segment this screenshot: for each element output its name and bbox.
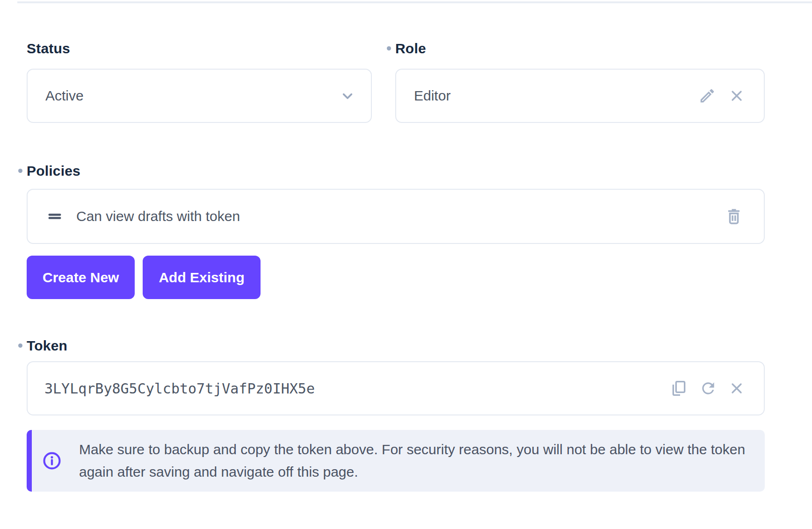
drag-handle-icon[interactable]	[46, 208, 63, 225]
role-label-text: Role	[395, 41, 426, 56]
token-label-text: Token	[27, 338, 67, 353]
status-value: Active	[45, 88, 84, 104]
role-field: Editor	[395, 69, 765, 123]
add-existing-button[interactable]: Add Existing	[143, 256, 260, 299]
info-icon	[42, 451, 62, 471]
notice-text: Make sure to backup and copy the token a…	[79, 438, 750, 483]
token-notice: Make sure to backup and copy the token a…	[27, 430, 765, 492]
close-icon[interactable]	[728, 87, 745, 104]
status-select[interactable]: Active	[27, 69, 372, 123]
form-page: Status Active Role Editor	[0, 0, 812, 529]
status-label: Status	[27, 40, 70, 57]
notice-accent-bar	[27, 430, 32, 492]
role-value: Editor	[414, 88, 450, 104]
section-divider	[17, 1, 812, 3]
status-label-text: Status	[27, 41, 70, 56]
policies-label-text: Policies	[27, 163, 80, 179]
close-icon[interactable]	[728, 380, 745, 397]
required-dot	[18, 169, 22, 173]
policy-list-item[interactable]: Can view drafts with token	[27, 189, 765, 244]
policy-actions: Create New Add Existing	[27, 256, 261, 299]
required-dot	[387, 46, 391, 50]
trash-icon[interactable]	[725, 207, 743, 226]
policies-label: Policies	[27, 163, 80, 179]
copy-icon[interactable]	[669, 379, 688, 398]
create-new-button[interactable]: Create New	[27, 256, 135, 299]
token-label: Token	[27, 337, 67, 354]
token-input[interactable]: 3LYLqrBy8G5Cylcbto7tjVafPz0IHX5e	[27, 361, 765, 415]
pencil-icon[interactable]	[698, 87, 716, 105]
policy-item-title: Can view drafts with token	[76, 208, 240, 224]
token-value: 3LYLqrBy8G5Cylcbto7tjVafPz0IHX5e	[44, 380, 315, 397]
role-label: Role	[395, 40, 426, 57]
chevron-down-icon[interactable]	[338, 86, 357, 105]
refresh-icon[interactable]	[699, 379, 717, 397]
required-dot	[18, 343, 22, 348]
